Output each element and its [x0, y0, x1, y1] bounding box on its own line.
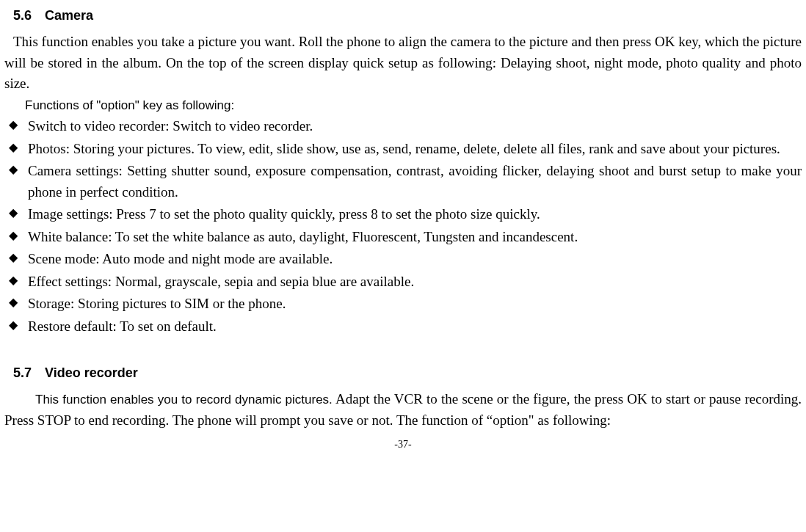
list-item: Switch to video recorder: Switch to vide… [28, 116, 802, 137]
list-item: Photos: Storing your pictures. To view, … [28, 139, 802, 160]
list-item: Scene mode: Auto mode and night mode are… [28, 249, 802, 270]
video-lead: This function enables you to record dyna… [35, 393, 333, 407]
section-heading-video: 5.7Video recorder [13, 363, 802, 383]
list-item: Image settings: Press 7 to set the photo… [28, 204, 802, 225]
list-item: Effect settings: Normal, grayscale, sepi… [28, 272, 802, 293]
section-heading-camera: 5.6Camera [13, 6, 802, 26]
options-intro: Functions of "option" key as following: [4, 96, 802, 115]
section-title: Camera [45, 8, 93, 23]
options-list: Switch to video recorder: Switch to vide… [4, 116, 802, 337]
page-number: -37- [4, 437, 802, 452]
list-item: White balance: To set the white balance … [28, 227, 802, 248]
camera-description: This function enables you take a picture… [4, 32, 802, 95]
video-description: This function enables you to record dyna… [4, 389, 802, 431]
list-item: Storage: Storing pictures to SIM or the … [28, 294, 802, 315]
list-item: Camera settings: Setting shutter sound, … [28, 161, 802, 203]
section-title: Video recorder [45, 365, 138, 380]
section-number: 5.6 [13, 8, 32, 23]
list-item: Restore default: To set on default. [28, 316, 802, 338]
section-number: 5.7 [13, 365, 32, 380]
